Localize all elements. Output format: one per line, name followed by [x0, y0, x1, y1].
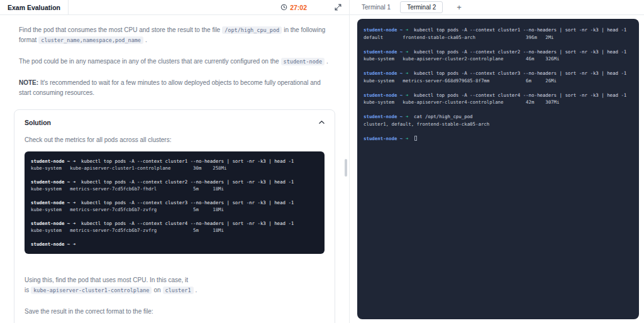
solution-card: Solution Check out the metrics for all p… — [14, 109, 335, 323]
question-paragraph-2: The pod could be in any namespace in any… — [19, 57, 330, 67]
terminal-output-line: default frontend-stable-cka05-arch 396m … — [364, 34, 633, 41]
question-content: Find the pod that consumes the most CPU … — [0, 15, 349, 323]
terminal-command: kubectl top pods -A --context cluster2 -… — [81, 179, 294, 185]
prompt-host: student-node ~ — [364, 92, 402, 98]
prompt-host: student-node ~ — [31, 241, 70, 247]
terminal-screen[interactable]: student-node ~ ➜ kubectl top pods -A --c… — [357, 19, 639, 319]
chevron-up-icon — [319, 118, 325, 128]
terminal-command: kubectl top pods -A --context cluster2 -… — [414, 49, 626, 55]
terminal-prompt: student-node ~ ➜ — [31, 241, 81, 247]
terminal-output-line: kube-system metrics-server-7cd5fcb6b7-fh… — [31, 185, 318, 192]
question-text: . — [326, 58, 328, 65]
terminal-command-line: student-node ~ ➜ kubectl top pods -A --c… — [31, 178, 318, 185]
terminal-output-line: kube-system kube-apiserver-cluster4-cont… — [364, 99, 633, 106]
terminal-command: kubectl top pods -A --context cluster3 -… — [414, 70, 626, 76]
terminal-prompt: student-node ~ ➜ — [364, 70, 414, 76]
terminal-blank-line — [364, 128, 633, 135]
terminal-prompt: student-node ~ ➜ — [364, 27, 414, 33]
terminal-output-line: cluster1, default, frontend-stable-cka05… — [364, 121, 633, 128]
terminal-command: kubectl top pods -A --context cluster4 -… — [414, 92, 626, 98]
terminal-prompt: student-node ~ ➜ — [364, 92, 414, 98]
terminal-command-line: student-node ~ ➜ kubectl top pods -A --c… — [364, 70, 633, 77]
inline-code-pod-name: kube-apiserver-cluster1-controlplane — [31, 287, 152, 294]
prompt-host: student-node ~ — [364, 70, 402, 76]
solution-text: on — [153, 287, 160, 293]
terminal-command-line: student-node ~ ➜ kubectl top pods -A --c… — [31, 199, 318, 206]
prompt-arrow: ➜ — [70, 200, 81, 205]
terminal-output-line: kube-system kube-apiserver-cluster2-cont… — [364, 55, 633, 63]
terminal-prompt: student-node ~ ➜ — [31, 200, 81, 205]
prompt-arrow: ➜ — [70, 179, 81, 185]
terminal-command-line: student-node ~ ➜ kubectl top pods -A --c… — [364, 92, 633, 99]
solution-intro: Check out the metrics for all pods acros… — [25, 135, 325, 145]
prompt-host: student-node ~ — [364, 27, 402, 33]
question-panel: Exam Evaluation 27:02 Find the pod that … — [0, 0, 350, 323]
terminal-output-line: kube-system metrics-server-668d979685-8f… — [364, 77, 633, 85]
question-text: . — [145, 36, 147, 43]
prompt-host: student-node ~ — [31, 158, 70, 164]
terminal-blank-line — [364, 41, 633, 48]
terminal-blank-line — [31, 172, 318, 178]
tab-terminal-1[interactable]: Terminal 1 — [355, 1, 397, 13]
terminal-blank-line — [364, 63, 633, 70]
prompt-arrow: ➜ — [70, 241, 81, 247]
app-root: Exam Evaluation 27:02 Find the pod that … — [0, 0, 644, 323]
terminal-prompt: student-node ~ ➜ — [364, 49, 414, 55]
terminal-tabbar: Terminal 1 Terminal 2 + — [350, 0, 644, 15]
new-terminal-button[interactable]: + — [453, 3, 465, 12]
prompt-arrow: ➜ — [402, 136, 414, 141]
terminal-blank-line — [31, 234, 318, 241]
terminal-command-line: student-node ~ ➜ kubectl top pods -A --c… — [31, 158, 318, 165]
prompt-arrow: ➜ — [402, 92, 414, 98]
tab-exam-evaluation[interactable]: Exam Evaluation — [0, 0, 69, 14]
prompt-arrow: ➜ — [402, 70, 414, 76]
terminal-command-line: student-node ~ ➜ kubectl top pods -A --c… — [31, 220, 318, 227]
left-topbar: Exam Evaluation 27:02 — [0, 0, 349, 15]
expand-icon[interactable] — [335, 4, 341, 11]
terminal-output-line: kube-system kube-apiserver-cluster1-cont… — [31, 165, 318, 172]
question-text: The pod could be in any namespace in any… — [19, 58, 279, 65]
terminal-prompt: student-node ~ ➜ — [364, 136, 414, 141]
terminal-command: kubectl top pods -A --context cluster3 -… — [81, 200, 294, 205]
tab-terminal-2[interactable]: Terminal 2 — [400, 1, 443, 13]
terminal-blank-line — [31, 192, 318, 199]
inline-code-file-path: /opt/high_cpu_pod — [222, 26, 282, 34]
terminal-blank-line — [364, 106, 633, 114]
terminal-cursor — [414, 136, 417, 141]
inline-code-student-node: student-node — [281, 58, 325, 65]
prompt-arrow: ➜ — [70, 221, 81, 226]
prompt-host: student-node ~ — [364, 114, 402, 119]
note-text: It's recommended to wait for a few minut… — [19, 79, 321, 96]
terminal-blank-line — [364, 84, 633, 92]
clock-icon — [280, 4, 287, 11]
inline-code-cluster1: cluster1 — [163, 287, 194, 294]
solution-title: Solution — [25, 118, 51, 128]
note-label: NOTE: — [19, 79, 38, 86]
terminal-prompt-line: student-node ~ ➜ — [364, 135, 633, 143]
terminal-blank-line — [31, 213, 318, 220]
terminal-command: cat /opt/high_cpu_pod — [414, 114, 472, 119]
solution-code-block-1: student-node ~ ➜ kubectl top pods -A --c… — [25, 151, 325, 254]
terminal-prompt-line: student-node ~ ➜ — [31, 241, 318, 248]
question-paragraph-1: Find the pod that consumes the most CPU … — [19, 25, 330, 45]
prompt-arrow: ➜ — [402, 114, 414, 119]
prompt-host: student-node ~ — [31, 200, 70, 205]
terminal-prompt: student-node ~ ➜ — [31, 221, 81, 226]
solution-text: . — [196, 287, 197, 293]
solution-paragraph-using: Using this, find the pod that uses most … — [25, 275, 325, 295]
terminal-output-line: kube-system metrics-server-7cd5fcb6b7-zv… — [31, 206, 318, 213]
prompt-host: student-node ~ — [364, 49, 402, 55]
question-text: Find the pod that consumes the most CPU … — [19, 26, 220, 33]
prompt-host: student-node ~ — [31, 221, 70, 226]
terminal-prompt: student-node ~ ➜ — [31, 179, 81, 185]
solution-header[interactable]: Solution — [25, 118, 325, 128]
terminal-prompt: student-node ~ ➜ — [31, 158, 81, 164]
prompt-host: student-node ~ — [364, 136, 402, 141]
terminal-output-line: kube-system metrics-server-7cd5fcb6b7-zv… — [31, 227, 318, 234]
scrollbar-thumb[interactable] — [345, 159, 347, 177]
exam-timer: 27:02 — [280, 4, 307, 11]
terminal-command-line: student-node ~ ➜ cat /opt/high_cpu_pod — [364, 113, 633, 121]
inline-code-format: cluster_name,namespace,pod_name — [38, 36, 143, 44]
terminal-panel: Terminal 1 Terminal 2 + student-node ~ ➜… — [350, 0, 644, 323]
terminal-command: kubectl top pods -A --context cluster4 -… — [81, 221, 294, 226]
